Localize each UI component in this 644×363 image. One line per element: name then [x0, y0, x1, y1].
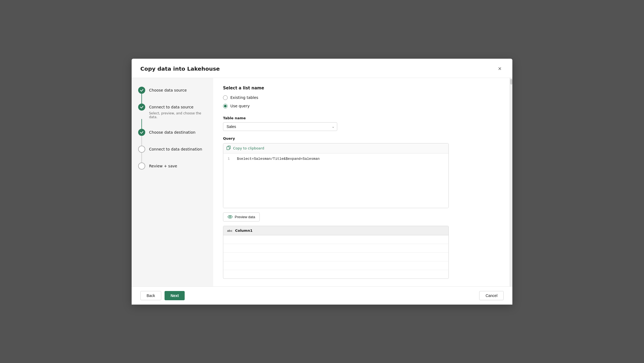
data-table-wrapper: abc Column1 — [223, 226, 449, 279]
table-row — [223, 270, 448, 278]
step-connect-source: Connect to data source Select, preview, … — [138, 104, 207, 119]
query-toolbar: Copy to clipboard — [223, 143, 448, 154]
radio-group: Existing tables Use query — [223, 95, 500, 108]
dialog-title: Copy data into Lakehouse — [140, 65, 220, 72]
connector-2-3 — [141, 119, 142, 129]
radio-existing-tables-input[interactable] — [223, 95, 228, 100]
dialog-header: Copy data into Lakehouse × — [132, 59, 512, 78]
step-circle-1 — [138, 87, 145, 94]
step-sublabel-2: Select, preview, and choose the data. — [149, 111, 207, 119]
radio-existing-tables[interactable]: Existing tables — [223, 95, 500, 100]
cancel-button[interactable]: Cancel — [479, 291, 504, 300]
scrollbar-track — [510, 78, 512, 286]
radio-use-query-input[interactable] — [223, 104, 228, 108]
connector-1-2 — [141, 94, 142, 104]
step-label-3: Choose data destination — [149, 130, 196, 134]
line-number-1: 1 — [228, 157, 231, 161]
step-circle-4 — [138, 146, 145, 153]
scrollbar-thumb[interactable] — [510, 79, 512, 85]
step-label-1: Choose data source — [149, 88, 187, 92]
step-label-5: Review + save — [149, 164, 177, 168]
step-label-4: Connect to data destination — [149, 147, 202, 151]
query-box: Copy to clipboard 1 $select=Salesman/Tit… — [223, 143, 449, 208]
copy-data-dialog: Copy data into Lakehouse × Choose data s… — [132, 59, 512, 305]
table-row — [223, 235, 448, 244]
step-choose-source: Choose data source — [138, 87, 207, 94]
query-body: 1 $select=Salesman/Title&$expand=Salesma… — [223, 154, 448, 208]
table-name-label: Table name — [223, 116, 500, 120]
data-table: abc Column1 — [223, 226, 448, 278]
step-circle-5 — [138, 162, 145, 170]
table-row — [223, 244, 448, 252]
connector-4-5 — [141, 153, 142, 162]
copy-icon — [227, 146, 231, 151]
preview-data-button[interactable]: Preview data — [223, 212, 260, 221]
close-button[interactable]: × — [496, 65, 504, 73]
step-label-2: Connect to data source — [149, 105, 193, 109]
section-title: Select a list name — [223, 86, 500, 90]
column-header-1: abc Column1 — [223, 226, 448, 235]
query-code: $select=Salesman/Title&$expand=Salesman — [237, 157, 320, 161]
main-content: Select a list name Existing tables Use q… — [213, 78, 510, 286]
table-row — [223, 252, 448, 261]
table-name-select[interactable]: Sales — [223, 122, 337, 131]
connector-3-4 — [141, 136, 142, 146]
svg-rect-1 — [227, 147, 229, 150]
query-label: Query — [223, 136, 500, 140]
table-row — [223, 261, 448, 270]
column-name-1: Column1 — [235, 229, 252, 233]
step-choose-destination: Choose data destination — [138, 129, 207, 136]
step-circle-3 — [138, 129, 145, 136]
radio-use-query-label: Use query — [230, 104, 250, 108]
next-button[interactable]: Next — [165, 291, 185, 300]
preview-icon — [228, 215, 233, 219]
footer-left: Back Next — [140, 291, 185, 300]
col-type-badge: abc — [227, 229, 233, 233]
query-line-1: 1 $select=Salesman/Title&$expand=Salesma… — [228, 157, 444, 161]
preview-data-label: Preview data — [235, 215, 255, 219]
back-button[interactable]: Back — [140, 291, 161, 300]
dialog-footer: Back Next Cancel — [132, 286, 512, 305]
radio-existing-tables-label: Existing tables — [230, 95, 258, 100]
copy-to-clipboard-label[interactable]: Copy to clipboard — [233, 146, 264, 150]
step-circle-2 — [138, 104, 145, 111]
svg-point-3 — [230, 216, 231, 217]
dialog-body: Choose data source Connect to data sourc… — [132, 78, 512, 286]
radio-use-query[interactable]: Use query — [223, 104, 500, 108]
step-review-save: Review + save — [138, 162, 207, 170]
step-connect-destination: Connect to data destination — [138, 146, 207, 153]
steps-sidebar: Choose data source Connect to data sourc… — [132, 78, 213, 286]
table-name-select-wrapper: Sales ⌄ — [223, 122, 337, 131]
